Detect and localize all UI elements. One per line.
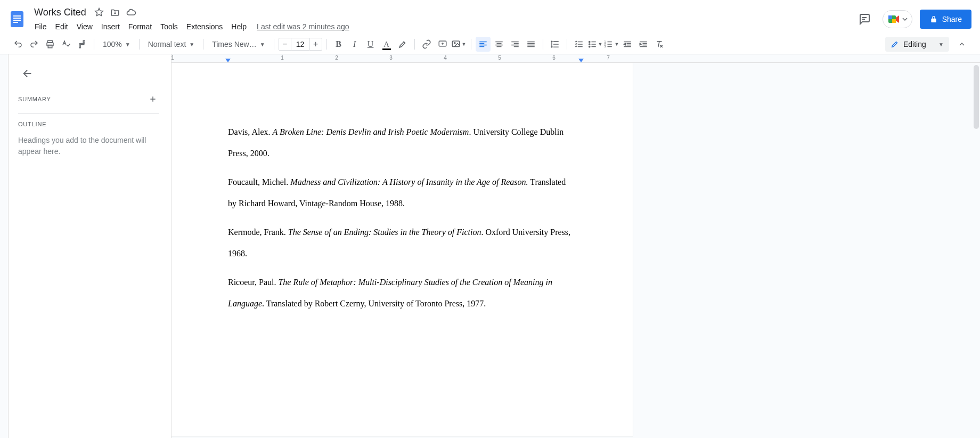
menu-insert[interactable]: Insert [97, 20, 124, 33]
print-button[interactable] [43, 37, 58, 52]
meet-icon [887, 13, 900, 26]
decrease-indent-button[interactable] [620, 37, 635, 52]
plus-icon [149, 95, 157, 103]
menu-format[interactable]: Format [125, 20, 156, 33]
citation-entry[interactable]: Kermode, Frank. The Sense of an Ending: … [228, 222, 576, 264]
share-button[interactable]: Share [920, 10, 971, 29]
ruler-number: 4 [444, 55, 447, 61]
menu-view[interactable]: View [73, 20, 96, 33]
font-size-group: − + [279, 38, 322, 51]
ruler-number: 5 [498, 55, 501, 61]
scrollbar-thumb[interactable] [974, 65, 979, 129]
line-spacing-button[interactable] [548, 37, 562, 52]
toolbar: 100%▼ Normal text▼ Times New…▼ − + B I U… [0, 34, 980, 54]
align-justify-button[interactable] [524, 37, 538, 52]
align-center-button[interactable] [492, 37, 507, 52]
bold-button[interactable]: B [331, 37, 346, 52]
indent-marker-right[interactable] [578, 59, 584, 62]
chevron-down-icon [902, 17, 908, 22]
outline-close-button[interactable] [18, 64, 37, 83]
svg-point-14 [589, 41, 590, 42]
font-size-decrease-button[interactable]: − [279, 38, 291, 51]
font-size-increase-button[interactable]: + [309, 38, 322, 51]
menu-help[interactable]: Help [227, 20, 250, 33]
font-family-dropdown[interactable]: Times New…▼ [208, 37, 269, 52]
menubar: File Edit View Insert Format Tools Exten… [31, 20, 349, 33]
redo-button[interactable] [27, 37, 42, 52]
add-comment-button[interactable] [435, 37, 450, 52]
menu-edit[interactable]: Edit [52, 20, 72, 33]
workspace: SUMMARY OUTLINE Headings you add to the … [0, 54, 980, 438]
svg-point-16 [589, 46, 590, 47]
align-right-button[interactable] [508, 37, 522, 52]
page-content[interactable]: Davis, Alex. A Broken Line: Denis Devlin… [172, 63, 633, 354]
citation-entry[interactable]: Foucault, Michel. Madness and Civilizati… [228, 172, 576, 214]
ruler-number: 7 [607, 55, 610, 61]
ruler-number: 2 [335, 55, 338, 61]
header-right-actions: Share [854, 9, 971, 30]
spellcheck-button[interactable] [59, 37, 74, 52]
citation-publication: . Translated by Robert Czerny, Universit… [262, 299, 486, 308]
meet-button[interactable] [883, 10, 912, 28]
lock-icon [929, 15, 938, 23]
outline-label: OUTLINE [18, 121, 159, 127]
citation-author: Foucault, Michel. [228, 177, 290, 186]
last-edit-link[interactable]: Last edit was 2 minutes ago [257, 22, 349, 31]
document-page[interactable]: Davis, Alex. A Broken Line: Denis Devlin… [172, 63, 633, 436]
paragraph-style-dropdown[interactable]: Normal text▼ [144, 37, 199, 52]
citation-author: Kermode, Frank. [228, 228, 288, 237]
add-summary-button[interactable] [146, 93, 159, 106]
mode-label: Editing [903, 40, 926, 48]
canvas[interactable]: 11234567 Davis, Alex. A Broken Line: Den… [172, 54, 980, 438]
titlebar: Works Cited File Edit View Insert Format… [0, 0, 980, 34]
align-left-button[interactable] [476, 37, 491, 52]
clear-formatting-button[interactable] [652, 37, 667, 52]
font-size-input[interactable] [291, 38, 309, 51]
pencil-icon [891, 40, 899, 48]
bulleted-list-button[interactable]: ▼ [587, 37, 603, 52]
ruler-number: 3 [389, 55, 393, 61]
insert-link-button[interactable] [419, 37, 434, 52]
text-color-button[interactable]: A [379, 37, 394, 52]
underline-button[interactable]: U [363, 37, 378, 52]
star-icon[interactable] [93, 6, 105, 19]
cloud-status-icon[interactable] [125, 6, 137, 19]
numbered-list-button[interactable]: 123▼ [603, 37, 619, 52]
indent-marker-left[interactable] [225, 59, 231, 62]
docs-logo[interactable] [6, 9, 28, 30]
increase-indent-button[interactable] [636, 37, 651, 52]
svg-point-15 [589, 44, 590, 45]
zoom-dropdown[interactable]: 100%▼ [99, 37, 135, 52]
vertical-ruler[interactable] [0, 54, 9, 438]
checklist-button[interactable] [571, 37, 586, 52]
svg-rect-7 [892, 19, 896, 23]
mode-dropdown[interactable]: Editing ▼ [885, 37, 949, 52]
paint-format-button[interactable] [75, 37, 89, 52]
title-block: Works Cited File Edit View Insert Format… [31, 6, 349, 33]
undo-button[interactable] [11, 37, 26, 52]
insert-image-button[interactable]: ▼ [451, 37, 467, 52]
summary-heading: SUMMARY [18, 87, 159, 111]
svg-rect-4 [13, 22, 18, 23]
svg-rect-6 [888, 15, 892, 19]
horizontal-ruler[interactable]: 11234567 [172, 54, 980, 63]
menu-extensions[interactable]: Extensions [183, 20, 226, 33]
citation-entry[interactable]: Davis, Alex. A Broken Line: Denis Devlin… [228, 121, 576, 164]
svg-rect-2 [13, 18, 21, 19]
outline-panel: SUMMARY OUTLINE Headings you add to the … [9, 54, 172, 438]
move-icon[interactable] [109, 6, 121, 19]
menu-file[interactable]: File [31, 20, 51, 33]
zoom-value: 100% [103, 40, 122, 48]
citation-title: A Broken Line: Denis Devlin and Irish Po… [273, 127, 469, 136]
outline-empty-text: Headings you add to the document will ap… [18, 135, 159, 157]
document-title[interactable]: Works Cited [31, 6, 89, 19]
comments-icon[interactable] [854, 9, 875, 30]
font-family-value: Times New… [212, 40, 257, 48]
svg-rect-3 [13, 20, 21, 21]
menu-tools[interactable]: Tools [157, 20, 182, 33]
collapse-toolbar-button[interactable] [954, 37, 969, 52]
arrow-left-icon [22, 68, 34, 79]
citation-entry[interactable]: Ricoeur, Paul. The Rule of Metaphor: Mul… [228, 272, 576, 314]
italic-button[interactable]: I [347, 37, 362, 52]
highlight-button[interactable] [395, 37, 410, 52]
